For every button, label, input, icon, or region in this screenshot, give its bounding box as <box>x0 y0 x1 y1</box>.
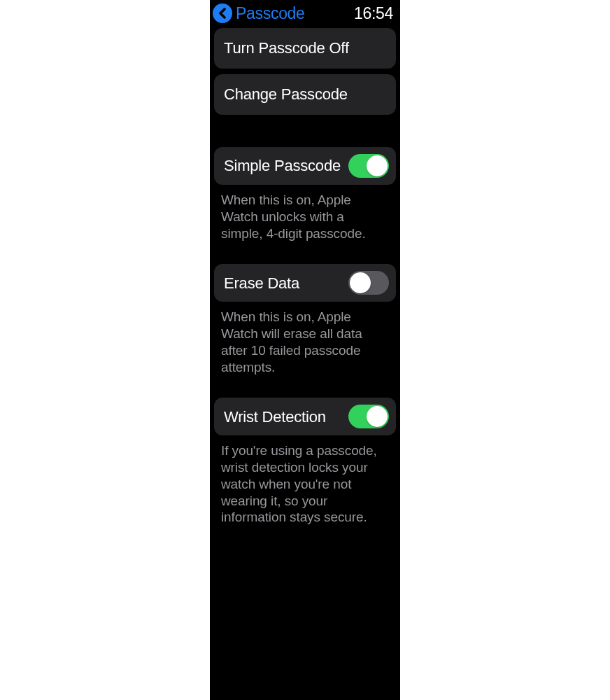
spacer <box>214 120 396 147</box>
erase-data-description: When this is on, Apple Watch will erase … <box>214 302 396 375</box>
content: Turn Passcode Off Change Passcode Simple… <box>210 24 400 526</box>
erase-data-toggle[interactable] <box>348 271 389 295</box>
spacer <box>214 375 396 398</box>
simple-passcode-toggle[interactable] <box>348 154 389 178</box>
turn-passcode-off-button[interactable]: Turn Passcode Off <box>214 28 396 69</box>
header: Passcode 16:54 <box>210 0 400 24</box>
toggle-knob <box>367 155 388 176</box>
erase-data-row: Erase Data <box>214 264 396 302</box>
back-button[interactable] <box>213 4 232 23</box>
header-left: Passcode <box>213 4 305 23</box>
chevron-left-icon <box>218 8 227 19</box>
erase-data-label: Erase Data <box>224 274 299 292</box>
simple-passcode-row: Simple Passcode <box>214 147 396 185</box>
wrist-detection-description: If you're using a passcode, wrist detect… <box>214 435 396 526</box>
clock-time: 16:54 <box>354 4 393 23</box>
change-passcode-button[interactable]: Change Passcode <box>214 74 396 115</box>
spacer <box>214 241 396 264</box>
watch-screen: Passcode 16:54 Turn Passcode Off Change … <box>210 0 400 700</box>
wrist-detection-row: Wrist Detection <box>214 398 396 435</box>
wrist-detection-label: Wrist Detection <box>224 408 326 426</box>
wrist-detection-toggle[interactable] <box>348 405 389 428</box>
page-title: Passcode <box>236 4 305 23</box>
toggle-knob <box>350 272 371 293</box>
simple-passcode-description: When this is on, Apple Watch unlocks wit… <box>214 185 396 241</box>
toggle-knob <box>367 406 388 427</box>
simple-passcode-label: Simple Passcode <box>224 157 341 174</box>
